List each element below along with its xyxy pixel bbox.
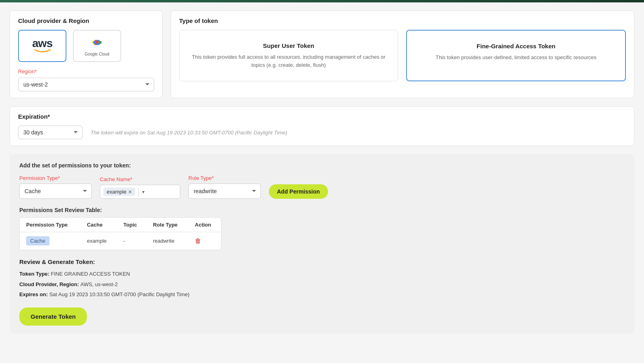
- review-token-type: Token Type: FINE GRAINED ACCESS TOKEN: [19, 270, 625, 278]
- token-cards: Super User Token This token provides ful…: [179, 30, 626, 81]
- review-expires: Expires on: Sat Aug 19 2023 10:33:50 GMT…: [19, 291, 625, 299]
- super-user-token-desc: This token provides full access to all r…: [188, 53, 390, 69]
- super-user-token-title: Super User Token: [188, 42, 390, 49]
- review-expires-label: Expires on:: [19, 291, 49, 297]
- review-cloud-provider-value: AWS, us-west-2: [80, 281, 118, 287]
- gcloud-icon: [90, 36, 104, 50]
- cloud-provider-section: Cloud provider & Region aws: [10, 10, 163, 98]
- role-type-field: Role Type* readwrite readonly writeonly: [188, 175, 261, 199]
- gcloud-text: Google Cloud: [85, 52, 109, 56]
- delete-row-icon[interactable]: 🗑: [195, 237, 201, 244]
- aws-text: aws: [32, 38, 52, 49]
- cache-name-input[interactable]: example ✕ ▾: [100, 185, 180, 199]
- permissions-form: Permission Type* Cache Topic Queue Cache…: [19, 175, 625, 199]
- gcloud-provider-card[interactable]: Google Cloud: [73, 30, 121, 62]
- expiration-section: Expiration* 30 days 7 days 90 days 1 yea…: [10, 106, 634, 146]
- region-label: Region*: [18, 68, 154, 74]
- aws-smile-icon: [32, 49, 52, 54]
- fine-grained-token-title: Fine-Grained Access Token: [415, 43, 617, 50]
- row-topic: -: [117, 232, 147, 250]
- permission-type-label: Permission Type*: [19, 175, 92, 181]
- expiration-note: The token will expire on Sat Aug 19 2023…: [91, 130, 287, 136]
- row-permission-type: Cache: [20, 232, 80, 250]
- permission-type-field: Permission Type* Cache Topic Queue: [19, 175, 92, 199]
- cache-name-tag-close[interactable]: ✕: [128, 190, 132, 194]
- provider-cards: aws: [18, 30, 154, 62]
- col-role-type: Role Type: [147, 218, 188, 232]
- table-row: Cache example - readwrite 🗑: [20, 232, 221, 250]
- token-type-title: Type of token: [179, 17, 626, 24]
- role-type-select[interactable]: readwrite readonly writeonly: [188, 184, 261, 199]
- expiration-select[interactable]: 30 days 7 days 90 days 1 year Never: [18, 126, 83, 139]
- row-action: 🗑: [188, 232, 221, 250]
- cache-badge: Cache: [26, 236, 50, 245]
- svg-point-1: [99, 41, 102, 44]
- col-topic: Topic: [117, 218, 147, 232]
- expiration-title: Expiration*: [18, 113, 626, 120]
- generate-token-button[interactable]: Generate Token: [19, 307, 87, 326]
- aws-logo: aws: [32, 38, 52, 54]
- review-cloud-provider-label: Cloud Provider, Region:: [19, 281, 80, 287]
- review-section: Review & Generate Token: Token Type: FIN…: [19, 258, 625, 326]
- review-title: Review & Generate Token:: [19, 258, 625, 265]
- permissions-section-title: Add the set of permissions to your token…: [19, 162, 625, 169]
- col-action: Action: [188, 218, 221, 232]
- region-select[interactable]: us-west-2 us-east-1 eu-west-1 ap-southea…: [18, 78, 154, 91]
- col-permission-type: Permission Type: [20, 218, 80, 232]
- permission-type-select[interactable]: Cache Topic Queue: [19, 184, 92, 199]
- row-cache: example: [80, 232, 117, 250]
- expiration-row: 30 days 7 days 90 days 1 year Never The …: [18, 126, 626, 139]
- fine-grained-token-card[interactable]: Fine-Grained Access Token This token pro…: [406, 30, 626, 81]
- review-token-type-value: FINE GRAINED ACCESS TOKEN: [51, 271, 130, 277]
- gcloud-logo: Google Cloud: [85, 36, 109, 56]
- cache-name-tag: example ✕: [103, 188, 135, 196]
- cloud-provider-title: Cloud provider & Region: [18, 17, 154, 24]
- col-cache: Cache: [80, 218, 117, 232]
- cache-name-label: Cache Name*: [100, 176, 180, 182]
- review-token-type-label: Token Type:: [19, 271, 51, 277]
- token-type-section: Type of token Super User Token This toke…: [171, 10, 634, 98]
- fine-grained-token-desc: This token provides user-defined, limite…: [415, 54, 617, 62]
- permissions-table-title: Permissions Set Review Table:: [19, 207, 625, 213]
- permissions-section: Add the set of permissions to your token…: [10, 154, 634, 334]
- review-cloud-provider: Cloud Provider, Region: AWS, us-west-2: [19, 280, 625, 289]
- super-user-token-card[interactable]: Super User Token This token provides ful…: [179, 30, 398, 81]
- review-expires-value: Sat Aug 19 2023 10:33:50 GMT-0700 (Pacif…: [49, 291, 189, 297]
- aws-provider-card[interactable]: aws: [18, 30, 66, 62]
- cache-name-dropdown-arrow[interactable]: ▾: [142, 189, 144, 195]
- cache-name-field: Cache Name* example ✕ ▾: [100, 176, 180, 199]
- permissions-table: Permission Type Cache Topic Role Type Ac…: [19, 217, 221, 250]
- add-permission-button[interactable]: Add Permission: [269, 184, 328, 199]
- row-role-type: readwrite: [147, 232, 188, 250]
- role-type-label: Role Type*: [188, 175, 261, 181]
- cache-name-tag-text: example: [107, 189, 126, 195]
- cache-name-divider: [138, 188, 139, 196]
